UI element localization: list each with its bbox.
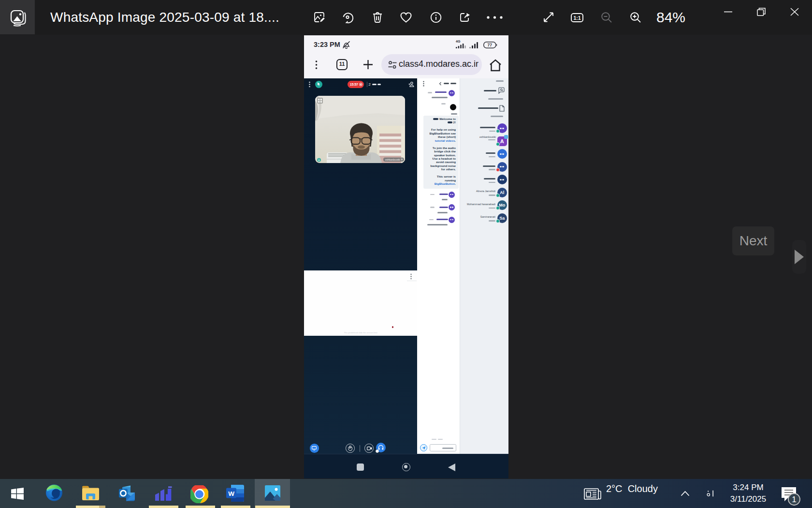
svg-text:1:1: 1:1 <box>573 15 580 21</box>
svg-text:eshkardoustki: eshkardoustki <box>385 158 400 161</box>
svg-text:77: 77 <box>488 43 493 47</box>
svg-text:W: W <box>228 490 234 497</box>
svg-text:1: 1 <box>792 495 796 504</box>
